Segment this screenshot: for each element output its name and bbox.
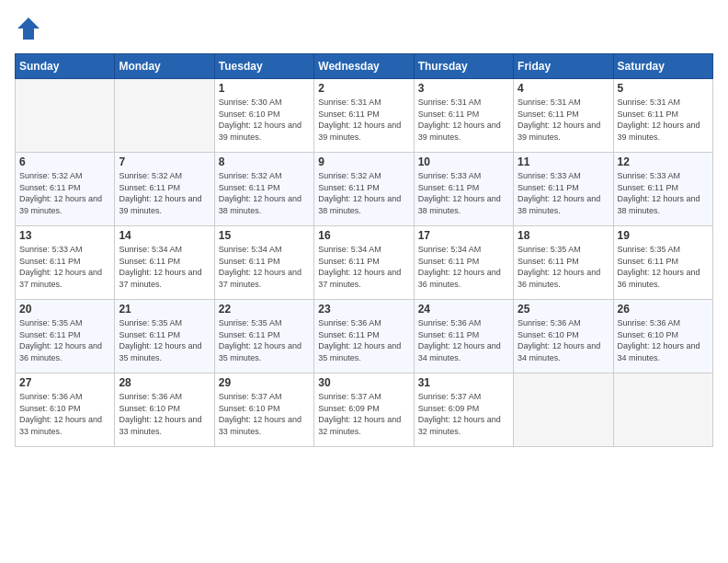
calendar-cell: 16Sunrise: 5:34 AM Sunset: 6:11 PM Dayli… (314, 226, 414, 300)
day-number: 19 (618, 229, 709, 242)
day-info: Sunrise: 5:37 AM Sunset: 6:10 PM Dayligh… (219, 391, 310, 437)
day-number: 9 (318, 155, 409, 168)
day-number: 14 (119, 229, 210, 242)
logo (15, 15, 46, 42)
day-info: Sunrise: 5:32 AM Sunset: 6:11 PM Dayligh… (19, 170, 110, 216)
day-info: Sunrise: 5:34 AM Sunset: 6:11 PM Dayligh… (318, 244, 409, 290)
day-info: Sunrise: 5:36 AM Sunset: 6:11 PM Dayligh… (318, 317, 409, 363)
calendar-cell: 10Sunrise: 5:33 AM Sunset: 6:11 PM Dayli… (414, 153, 513, 226)
day-number: 26 (618, 303, 709, 316)
day-header-tuesday: Tuesday (214, 54, 313, 79)
calendar-cell: 6Sunrise: 5:32 AM Sunset: 6:11 PM Daylig… (16, 153, 115, 226)
day-number: 13 (19, 229, 110, 242)
calendar-cell: 7Sunrise: 5:32 AM Sunset: 6:11 PM Daylig… (115, 153, 214, 226)
day-header-wednesday: Wednesday (314, 54, 414, 79)
calendar-cell (115, 79, 214, 153)
calendar-cell: 29Sunrise: 5:37 AM Sunset: 6:10 PM Dayli… (214, 373, 313, 447)
day-number: 21 (119, 303, 210, 316)
day-number: 5 (618, 82, 709, 95)
day-number: 3 (418, 82, 509, 95)
day-info: Sunrise: 5:31 AM Sunset: 6:11 PM Dayligh… (618, 97, 709, 143)
day-number: 20 (19, 303, 110, 316)
day-info: Sunrise: 5:33 AM Sunset: 6:11 PM Dayligh… (19, 244, 110, 290)
calendar-cell: 17Sunrise: 5:34 AM Sunset: 6:11 PM Dayli… (414, 226, 513, 300)
day-info: Sunrise: 5:31 AM Sunset: 6:11 PM Dayligh… (318, 97, 409, 143)
day-number: 7 (119, 155, 210, 168)
day-header-saturday: Saturday (613, 54, 712, 79)
day-number: 31 (418, 376, 509, 389)
day-info: Sunrise: 5:34 AM Sunset: 6:11 PM Dayligh… (119, 244, 210, 290)
day-number: 15 (219, 229, 310, 242)
day-number: 12 (618, 155, 709, 168)
day-number: 24 (418, 303, 509, 316)
day-number: 25 (518, 303, 609, 316)
day-number: 1 (219, 82, 310, 95)
calendar-cell: 22Sunrise: 5:35 AM Sunset: 6:11 PM Dayli… (214, 300, 313, 373)
day-number: 8 (219, 155, 310, 168)
day-info: Sunrise: 5:35 AM Sunset: 6:11 PM Dayligh… (518, 244, 609, 290)
day-number: 22 (219, 303, 310, 316)
day-info: Sunrise: 5:34 AM Sunset: 6:11 PM Dayligh… (418, 244, 509, 290)
logo-icon (15, 15, 42, 42)
svg-marker-0 (17, 17, 40, 40)
day-header-sunday: Sunday (16, 54, 115, 79)
day-info: Sunrise: 5:32 AM Sunset: 6:11 PM Dayligh… (318, 170, 409, 216)
calendar-cell: 26Sunrise: 5:36 AM Sunset: 6:10 PM Dayli… (613, 300, 712, 373)
calendar-cell: 27Sunrise: 5:36 AM Sunset: 6:10 PM Dayli… (16, 373, 115, 447)
calendar-cell: 2Sunrise: 5:31 AM Sunset: 6:11 PM Daylig… (314, 79, 414, 153)
day-info: Sunrise: 5:31 AM Sunset: 6:11 PM Dayligh… (518, 97, 609, 143)
calendar-cell: 11Sunrise: 5:33 AM Sunset: 6:11 PM Dayli… (514, 153, 613, 226)
calendar-cell: 28Sunrise: 5:36 AM Sunset: 6:10 PM Dayli… (115, 373, 214, 447)
calendar-cell: 9Sunrise: 5:32 AM Sunset: 6:11 PM Daylig… (314, 153, 414, 226)
day-info: Sunrise: 5:36 AM Sunset: 6:10 PM Dayligh… (19, 391, 110, 437)
day-info: Sunrise: 5:30 AM Sunset: 6:10 PM Dayligh… (219, 97, 310, 143)
calendar-cell: 24Sunrise: 5:36 AM Sunset: 6:11 PM Dayli… (414, 300, 513, 373)
day-info: Sunrise: 5:35 AM Sunset: 6:11 PM Dayligh… (19, 317, 110, 363)
day-info: Sunrise: 5:35 AM Sunset: 6:11 PM Dayligh… (119, 317, 210, 363)
calendar-cell: 20Sunrise: 5:35 AM Sunset: 6:11 PM Dayli… (16, 300, 115, 373)
day-info: Sunrise: 5:37 AM Sunset: 6:09 PM Dayligh… (418, 391, 509, 437)
calendar-cell: 21Sunrise: 5:35 AM Sunset: 6:11 PM Dayli… (115, 300, 214, 373)
day-header-friday: Friday (514, 54, 613, 79)
day-info: Sunrise: 5:32 AM Sunset: 6:11 PM Dayligh… (219, 170, 310, 216)
calendar-cell: 15Sunrise: 5:34 AM Sunset: 6:11 PM Dayli… (214, 226, 313, 300)
day-header-thursday: Thursday (414, 54, 513, 79)
calendar-cell: 1Sunrise: 5:30 AM Sunset: 6:10 PM Daylig… (214, 79, 313, 153)
day-info: Sunrise: 5:33 AM Sunset: 6:11 PM Dayligh… (618, 170, 709, 216)
day-info: Sunrise: 5:32 AM Sunset: 6:11 PM Dayligh… (119, 170, 210, 216)
day-info: Sunrise: 5:35 AM Sunset: 6:11 PM Dayligh… (219, 317, 310, 363)
calendar-cell: 30Sunrise: 5:37 AM Sunset: 6:09 PM Dayli… (314, 373, 414, 447)
day-info: Sunrise: 5:36 AM Sunset: 6:10 PM Dayligh… (119, 391, 210, 437)
calendar-cell (16, 79, 115, 153)
calendar-cell: 25Sunrise: 5:36 AM Sunset: 6:10 PM Dayli… (514, 300, 613, 373)
day-number: 23 (318, 303, 409, 316)
calendar-cell: 31Sunrise: 5:37 AM Sunset: 6:09 PM Dayli… (414, 373, 513, 447)
calendar-cell: 19Sunrise: 5:35 AM Sunset: 6:11 PM Dayli… (613, 226, 712, 300)
calendar-table: SundayMondayTuesdayWednesdayThursdayFrid… (15, 53, 713, 447)
day-info: Sunrise: 5:34 AM Sunset: 6:11 PM Dayligh… (219, 244, 310, 290)
day-number: 11 (518, 155, 609, 168)
calendar-cell: 14Sunrise: 5:34 AM Sunset: 6:11 PM Dayli… (115, 226, 214, 300)
day-info: Sunrise: 5:33 AM Sunset: 6:11 PM Dayligh… (518, 170, 609, 216)
calendar-cell: 8Sunrise: 5:32 AM Sunset: 6:11 PM Daylig… (214, 153, 313, 226)
day-info: Sunrise: 5:36 AM Sunset: 6:10 PM Dayligh… (518, 317, 609, 363)
day-number: 6 (19, 155, 110, 168)
calendar-cell: 4Sunrise: 5:31 AM Sunset: 6:11 PM Daylig… (514, 79, 613, 153)
day-info: Sunrise: 5:33 AM Sunset: 6:11 PM Dayligh… (418, 170, 509, 216)
calendar-cell: 12Sunrise: 5:33 AM Sunset: 6:11 PM Dayli… (613, 153, 712, 226)
calendar-cell: 18Sunrise: 5:35 AM Sunset: 6:11 PM Dayli… (514, 226, 613, 300)
day-info: Sunrise: 5:36 AM Sunset: 6:11 PM Dayligh… (418, 317, 509, 363)
day-number: 2 (318, 82, 409, 95)
calendar-cell (613, 373, 712, 447)
day-info: Sunrise: 5:36 AM Sunset: 6:10 PM Dayligh… (618, 317, 709, 363)
day-number: 18 (518, 229, 609, 242)
calendar-cell: 13Sunrise: 5:33 AM Sunset: 6:11 PM Dayli… (16, 226, 115, 300)
day-info: Sunrise: 5:31 AM Sunset: 6:11 PM Dayligh… (418, 97, 509, 143)
day-number: 30 (318, 376, 409, 389)
calendar-cell (514, 373, 613, 447)
day-number: 17 (418, 229, 509, 242)
day-number: 27 (19, 376, 110, 389)
page-header (15, 15, 713, 42)
day-number: 4 (518, 82, 609, 95)
day-number: 29 (219, 376, 310, 389)
